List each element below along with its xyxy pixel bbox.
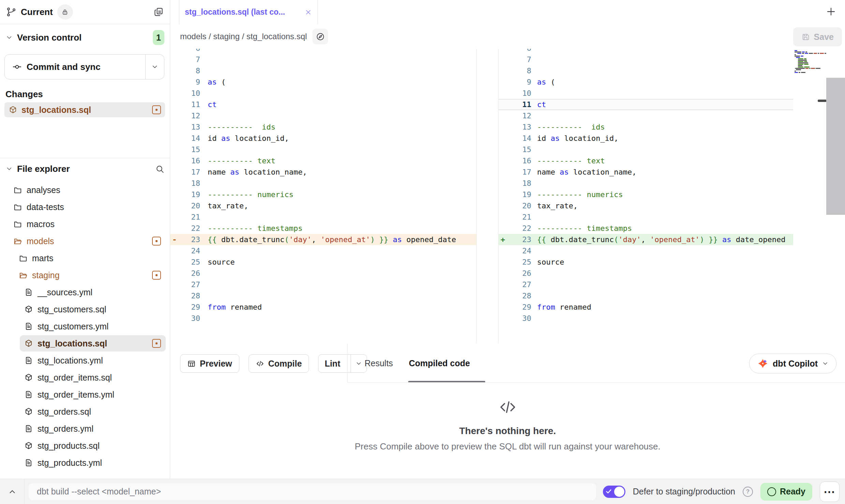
code-line[interactable]: 24 [499,245,793,256]
code-line[interactable]: 13---------- ids [170,121,476,133]
file-tree-item-stg-customers-yml[interactable]: stg_customers.yml [0,318,170,335]
code-line[interactable]: 26 [499,268,793,279]
file-tree-item-stg-products-yml[interactable]: stg_products.yml [0,454,170,471]
code-line[interactable]: 25source [170,256,476,268]
file-tree-item-stg-locations-sql[interactable]: stg_locations.sql [0,335,170,352]
file-tree-item-stg-orders-yml[interactable]: stg_orders.yml [0,420,170,437]
code-line[interactable]: 8 [499,65,793,76]
new-tab-button[interactable] [826,6,838,18]
status-badge[interactable]: Ready [760,483,812,501]
code-line[interactable]: 12 [170,110,476,121]
code-line[interactable]: 29from renamed [170,301,476,313]
tab-compiled-code[interactable]: Compiled code [409,344,470,383]
file-tree-item--sources-yml[interactable]: __sources.yml [0,284,170,301]
tab-results[interactable]: Results [365,344,393,383]
code-line[interactable]: 11ct [170,99,476,110]
changed-file-item[interactable]: stg_locations.sql [4,102,165,117]
collapse-panel-button[interactable] [0,479,25,504]
file-tree-item-marts[interactable]: marts [0,250,170,267]
code-line[interactable]: 6 [170,49,476,54]
code-line[interactable]: 29from renamed [499,301,793,313]
code-line[interactable]: 20tax_rate, [499,200,793,211]
file-explorer-header[interactable]: File explorer [0,158,170,179]
file-tree-item-models[interactable]: models [0,233,170,250]
code-line[interactable]: 22---------- timestamps [499,223,793,234]
file-tree-item-data-tests[interactable]: data-tests [0,198,170,216]
lint-label[interactable]: Lint [318,355,346,372]
code-line[interactable]: 10 [170,88,476,99]
code-line[interactable]: 17name as location_name, [499,166,793,178]
code-line[interactable]: +23{{ dbt.date_trunc('day', 'opened_at')… [499,234,793,245]
code-line[interactable]: 20tax_rate, [170,200,476,211]
more-menu-button[interactable]: ⋯ [820,481,840,502]
file-tree-item-analyses[interactable]: analyses [0,181,170,198]
file-tree-item-stg-orders-sql[interactable]: stg_orders.sql [0,403,170,420]
code-line[interactable]: 12 [499,110,793,121]
code-line[interactable]: 13---------- ids [499,121,793,133]
file-tree-item-staging[interactable]: staging [0,267,170,284]
defer-toggle[interactable] [603,486,625,498]
command-input[interactable] [29,483,596,500]
file-tree-item-stg-order-items-yml[interactable]: stg_order_items.yml [0,386,170,403]
preview-button[interactable]: Preview [180,354,239,373]
duplicate-button[interactable] [153,7,164,17]
lint-button[interactable]: Lint [318,354,367,373]
code-line[interactable]: 19---------- numerics [499,189,793,200]
code-line[interactable]: 17name as location_name, [170,166,476,178]
code-line[interactable]: 16---------- text [499,155,793,166]
code-line[interactable]: 14id as location_id, [499,133,793,144]
code-line[interactable]: 7 [170,54,476,65]
code-line[interactable]: 11ct [499,99,793,110]
code-line[interactable]: 30 [499,313,793,324]
file-search-button[interactable] [155,164,164,174]
commit-and-sync-button[interactable]: Commit and sync [4,54,164,79]
close-icon[interactable] [305,9,312,16]
help-icon[interactable]: ? [743,487,753,497]
code-line[interactable]: 27 [170,279,476,290]
code-line[interactable]: 21 [170,211,476,223]
code-line[interactable]: 22---------- timestamps [170,223,476,234]
code-line[interactable]: 15 [499,144,793,155]
code-line[interactable]: 6 [499,49,793,54]
code-line[interactable]: -23{{ dbt.date_trunc('day', 'opened_at')… [170,234,476,245]
lineage-button[interactable] [312,29,328,44]
scroll-handle[interactable] [818,100,827,102]
code-line[interactable]: 10 [499,88,793,99]
tab-stg-locations[interactable]: stg_locations.sql (last co... [179,0,318,24]
code-line[interactable]: 24 [170,245,476,256]
code-line[interactable]: 26 [170,268,476,279]
code-line[interactable]: 14id as location_id, [170,133,476,144]
scrollbar-thumb[interactable] [826,78,845,215]
dbt-copilot-button[interactable]: dbt Copilot [749,354,836,373]
file-tree-item-stg-locations-yml[interactable]: stg_locations.yml [0,352,170,369]
lint-options-button[interactable] [351,355,367,372]
code-line[interactable]: 25source [499,256,793,268]
diff-pane-left[interactable]: 6789as (1011ct1213---------- ids14id as … [170,49,477,343]
code-line[interactable]: 8 [170,65,476,76]
code-line[interactable]: 19---------- numerics [170,189,476,200]
commit-main[interactable]: Commit and sync [5,55,145,79]
code-line[interactable]: 7 [499,54,793,65]
code-line[interactable]: 27 [499,279,793,290]
diff-pane-right[interactable]: 6789as (1011ct1213---------- ids14id as … [498,49,793,343]
version-control-header[interactable]: Version control 1 [0,27,170,48]
compile-button[interactable]: Compile [249,354,309,373]
code-line[interactable]: 28 [170,290,476,301]
file-tree-item-stg-order-items-sql[interactable]: stg_order_items.sql [0,369,170,386]
code-line[interactable]: 18 [170,178,476,189]
file-tree-item-stg-products-sql[interactable]: stg_products.sql [0,437,170,454]
code-line[interactable]: 21 [499,211,793,223]
code-line[interactable]: 28 [499,290,793,301]
save-button[interactable]: Save [793,27,842,46]
code-line[interactable]: 9as ( [499,76,793,88]
file-tree-item-macros[interactable]: macros [0,216,170,233]
minimap[interactable] [795,50,819,73]
code-line[interactable]: 15 [170,144,476,155]
code-line[interactable]: 30 [170,313,476,324]
code-editor[interactable]: 6789as (1011ct1213---------- ids14id as … [170,49,845,343]
file-tree-item-stg-customers-sql[interactable]: stg_customers.sql [0,301,170,318]
code-line[interactable]: 18 [499,178,793,189]
commit-options-button[interactable] [145,55,164,79]
code-line[interactable]: 9as ( [170,76,476,88]
code-line[interactable]: 16---------- text [170,155,476,166]
